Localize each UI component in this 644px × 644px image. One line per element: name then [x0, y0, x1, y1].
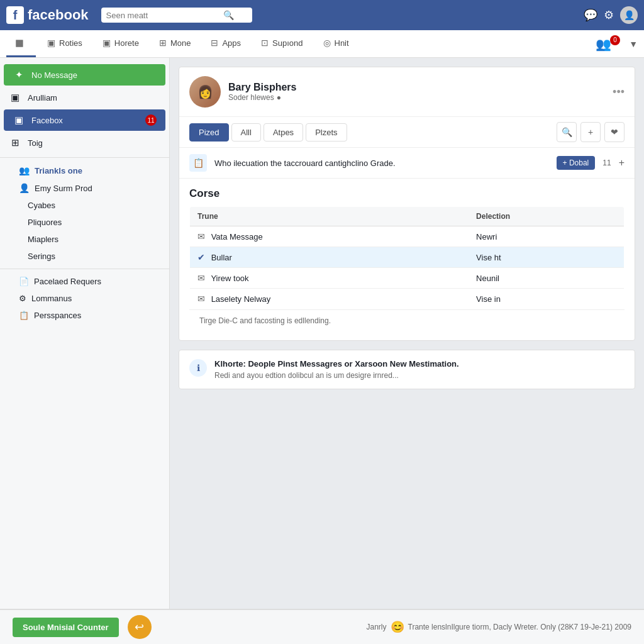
sidebar-item-pliquores[interactable]: Pliquores [0, 214, 169, 231]
avatar[interactable]: 👤 [620, 6, 638, 24]
table-row: ✉ Laselety Nelway Vise in [190, 289, 625, 309]
announcement-plus[interactable]: + [619, 157, 625, 169]
main-layout: ✦ No Message ▣ Arulliam ▣ Facebox 11 ⊞ T… [0, 58, 644, 609]
sidebar-item-serings[interactable]: Serings [0, 248, 169, 265]
row-1-name: ✉ Vata Message [190, 226, 469, 247]
serings-label: Serings [28, 252, 55, 261]
tab-plzets[interactable]: Plzets [306, 123, 347, 142]
friend-request-badge: 0 [610, 35, 620, 45]
facebox-badge: 11 [145, 114, 157, 126]
announcement-icon: 📋 [189, 154, 207, 172]
row-4-mail-icon: ✉ [197, 294, 205, 304]
nav-item-mone[interactable]: ⊞ Mone [150, 30, 200, 57]
tab-pized[interactable]: Pized [189, 123, 229, 142]
announcement-text: Who ilecuation the taccrouard cantighcli… [214, 158, 549, 168]
group-subtitle-text: Soder hlewes [228, 93, 274, 102]
info-text-block: Klhorte: Deople Pinst Messagres or Xarso… [214, 359, 459, 380]
tab-alll[interactable]: Alll [231, 123, 261, 142]
search-icon[interactable]: 🔍 [223, 10, 234, 20]
group-subtitle: Soder hlewes ● [228, 93, 605, 102]
nav-item-hnit[interactable]: ◎ Hnit [314, 30, 358, 57]
lommanus-label: Lommanus [31, 294, 72, 303]
tab-heart-btn[interactable]: ❤ [604, 122, 625, 142]
sidebar-divider-2 [0, 269, 169, 269]
row-3-status: Neunil [469, 268, 624, 289]
row-4-name: ✉ Laselety Nelway [190, 289, 469, 309]
tab-search-btn[interactable]: 🔍 [557, 122, 577, 142]
nav-item-supiond[interactable]: ⊡ Supıond [252, 30, 311, 57]
nav-item-apps[interactable]: ⊟ Apps [202, 30, 250, 57]
nav-item-home[interactable]: ▦ [6, 30, 36, 57]
share-button[interactable]: ↩ [128, 615, 152, 639]
no-message-icon: ✦ [13, 69, 25, 80]
content-area: 👩 Bary Bisphers Soder hlewes ● ••• Pized… [170, 58, 644, 609]
toig-label: Toig [28, 138, 160, 148]
persspances-label: Persspances [34, 311, 81, 320]
friend-request-icon[interactable]: 👥 [596, 36, 611, 52]
nav-item-horete[interactable]: ▣ Horete [94, 30, 148, 57]
footer: Soule Mnisial Counter ↩ Janrly 😊 Trante … [0, 609, 644, 644]
second-nav-right: 👥 0 ▼ [596, 30, 638, 57]
fb-logo[interactable]: f facebook [6, 6, 89, 24]
sidebar-item-facebox[interactable]: ▣ Facebox 11 [4, 109, 165, 131]
social-counter-button[interactable]: Soule Mnisial Counter [13, 618, 119, 637]
group-name: Bary Bisphers [228, 82, 605, 93]
search-bar: 🔍 [101, 8, 252, 23]
verified-icon: ● [277, 93, 281, 102]
tab-add-btn[interactable]: + [580, 122, 601, 142]
gear-icon[interactable]: ⚙ [604, 8, 614, 22]
sidebar-item-pacelaed[interactable]: 📄 Pacelaed Requers [0, 273, 169, 290]
facebox-icon: ▣ [13, 114, 25, 126]
nav-dropdown-icon[interactable]: ▼ [629, 39, 638, 49]
sidebar-item-emy[interactable]: 👤 Emy Surm Prod [0, 179, 169, 197]
hnit-icon: ◎ [323, 38, 331, 48]
info-banner: ℹ Klhorte: Deople Pinst Messagres or Xar… [179, 350, 635, 389]
sidebar-item-miaplers[interactable]: Miaplers [0, 231, 169, 248]
top-bar: f facebook 🔍 💬 ⚙ 👤 [0, 0, 644, 30]
nav-roties-label: Roties [59, 38, 82, 48]
persspances-icon: 📋 [19, 311, 29, 320]
footer-emoji: 😊 [391, 620, 404, 634]
col-delection: Delection [469, 207, 624, 226]
row-3-name: ✉ Yirew took [190, 268, 469, 289]
nav-item-roties[interactable]: ▣ Roties [38, 30, 91, 57]
row-4-status: Vise in [469, 289, 624, 309]
message-icon[interactable]: 💬 [584, 8, 597, 22]
announcement: 📋 Who ilecuation the taccrouard cantighc… [179, 148, 635, 179]
row-2-name: ✔ Bullar [190, 247, 469, 268]
sidebar-item-persspances[interactable]: 📋 Persspances [0, 307, 169, 324]
cyabes-label: Cyabes [28, 201, 55, 210]
pliquores-label: Pliquores [28, 218, 62, 227]
roties-icon: ▣ [47, 38, 55, 48]
footer-description: Trante lenslnIlgure tiorm, Dacly Wreter.… [408, 623, 632, 631]
sidebar-item-lommanus[interactable]: ⚙ Lommanus [0, 290, 169, 307]
group-panel: 👩 Bary Bisphers Soder hlewes ● ••• Pized… [179, 67, 635, 341]
col-trune: Trune [190, 207, 469, 226]
lommanus-icon: ⚙ [19, 294, 26, 303]
nav-apps-label: Apps [222, 38, 241, 48]
sidebar-item-cyabes[interactable]: Cyabes [0, 197, 169, 214]
tab-atpes[interactable]: Atpes [264, 123, 303, 142]
announcement-count: 11 [602, 158, 611, 167]
search-input[interactable] [106, 11, 219, 20]
table-row: ✉ Vata Message Newri [190, 226, 625, 247]
sidebar-item-arulliam[interactable]: ▣ Arulliam [0, 87, 169, 108]
row-3-mail-icon: ✉ [197, 273, 205, 283]
nav-horete-label: Horete [114, 38, 139, 48]
more-options-icon[interactable]: ••• [613, 86, 625, 99]
toig-icon: ⊞ [9, 137, 21, 148]
mone-icon: ⊞ [159, 38, 167, 48]
sidebar-item-toig[interactable]: ⊞ Toig [0, 132, 169, 153]
no-message-label: No Message [31, 70, 157, 80]
miaplers-label: Miaplers [28, 235, 58, 244]
pacelaed-label: Pacelaed Requers [34, 277, 101, 286]
dobal-button[interactable]: + Dobal [557, 156, 596, 170]
sidebar-divider-1 [0, 157, 169, 158]
sidebar-item-triankls[interactable]: 👥 Triankls one [0, 162, 169, 179]
info-icon: ℹ [189, 359, 207, 377]
sidebar-item-no-message[interactable]: ✦ No Message [4, 64, 165, 86]
table-row: ✔ Bullar Vise ht [190, 247, 625, 268]
footer-label: Janrly [366, 623, 386, 631]
emy-icon: 👤 [19, 183, 30, 193]
group-avatar: 👩 [189, 76, 221, 108]
